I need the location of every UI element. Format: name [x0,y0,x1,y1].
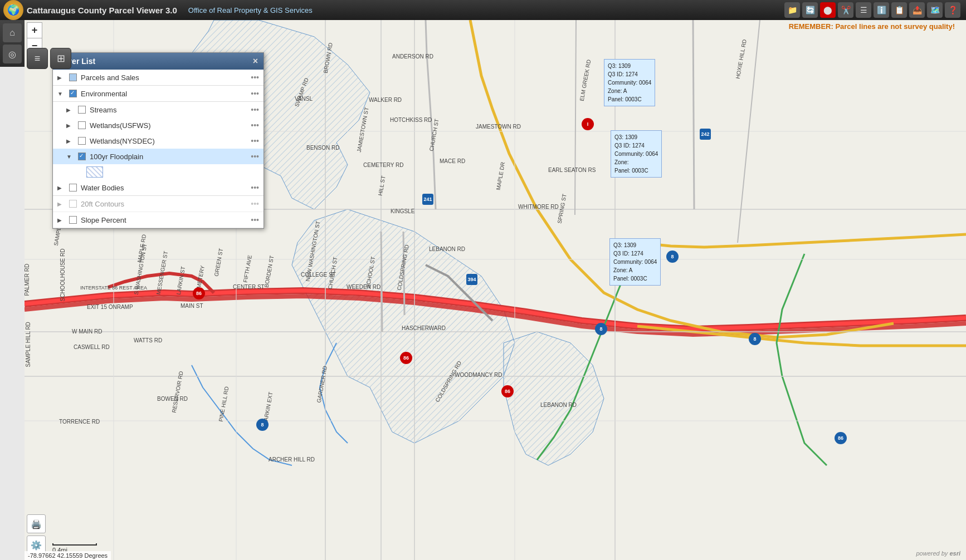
expand-arrow-icon: ▶ [66,138,74,144]
wetlands-usfws-menu[interactable]: ••• [251,121,259,130]
map-area[interactable]: REMEMBER: Parcel lines are not survey qu… [25,20,966,560]
parcels-sales-checkbox[interactable] [69,73,77,81]
floodplain-legend-swatch [86,166,103,178]
road-label: HASCHERWARD [402,325,446,331]
road-label: W MAIN RD [72,328,102,335]
road-label: MACE RD [440,158,465,164]
left-toolbar: ⌂ ◎ [0,20,25,67]
road-label: HOTCHKISS RD [390,117,432,123]
slope-percent-checkbox[interactable] [69,216,77,224]
zoom-in-button[interactable]: + [27,22,42,38]
road-label: MAIN ST [180,303,203,309]
20ft-contours-checkbox[interactable] [69,200,77,208]
highway-shield-i86-2: 86 [400,352,412,364]
app-title: Cattaraugus County Parcel Viewer 3.0 [27,6,177,15]
expand-arrow-icon: ▶ [57,201,65,207]
expand-arrow-icon: ▶ [57,75,65,81]
100yr-floodplain-menu[interactable]: ••• [251,152,259,161]
road-label: PALMER RD [25,264,30,296]
environmental-checkbox[interactable] [69,90,77,97]
environmental-label: Environmental [81,90,248,98]
road-label: LEBANON RD [429,246,465,252]
water-bodies-checkbox[interactable] [69,184,77,191]
highway-shield-86-5: 86 [835,432,847,444]
layer-item-streams[interactable]: ▶ Streams ••• [53,102,264,117]
layer-list-button[interactable]: ≡ [27,48,48,69]
water-bodies-menu[interactable]: ••• [251,183,259,192]
road-label: JAMESTOWN RD [476,124,521,130]
expand-arrow-icon: ▼ [57,91,65,97]
esri-logo: powered by esri [916,550,960,557]
app-subtitle: Office of Real Property & GIS Services [188,6,313,14]
layer-close-button[interactable]: × [253,56,258,66]
slope-percent-label: Slope Percent [81,216,248,224]
header-tool-stop[interactable]: ⬤ [820,2,836,18]
coordinates-display: -78.97662 42.15559 Degrees [25,551,111,560]
highway-shield-i86-3: 86 [193,287,205,299]
streams-label: Streams [90,106,248,114]
streams-checkbox[interactable] [78,106,86,114]
expand-arrow-icon: ▶ [57,185,65,191]
highway-shield-8-3: 8 [749,333,761,345]
layer-item-20ft-contours[interactable]: ▶ 20ft Contours ••• [53,196,264,212]
layer-item-wetlands-usfws[interactable]: ▶ Wetlands(USFWS) ••• [53,117,264,133]
layer-item-wetlands-nysdec[interactable]: ▶ Wetlands(NYSDEC) ••• [53,133,264,149]
wetlands-nysdec-checkbox[interactable] [78,137,86,145]
wetlands-usfws-label: Wetlands(USFWS) [90,121,248,130]
highway-shield-i86: I [582,118,594,130]
header-tool-cut[interactable]: ✂️ [838,2,853,18]
wetlands-nysdec-label: Wetlands(NYSDEC) [90,137,248,145]
header-tool-help[interactable]: ❓ [945,2,960,18]
slope-percent-menu[interactable]: ••• [251,215,259,224]
header-tool-new[interactable]: 📁 [784,2,800,18]
environmental-menu[interactable]: ••• [251,89,259,98]
layer-panel-header: Layer List × [53,53,264,70]
map-popup-1: Q3: 1309 Q3 ID: 1274 Community: 0064 Zon… [604,59,655,106]
layer-item-slope-percent[interactable]: ▶ Slope Percent ••• [53,212,264,228]
highway-shield-241: 241 [422,194,433,205]
layer-item-100yr-floodplain[interactable]: ▼ 100yr Floodplain ••• [53,149,264,164]
wetlands-nysdec-menu[interactable]: ••• [251,136,259,145]
svg-line-15 [693,20,694,209]
highway-shield-242: 242 [700,129,711,140]
road-label: WOODMANCY RD [455,372,502,378]
streams-menu[interactable]: ••• [251,105,259,114]
highway-shield-8: 8 [256,419,269,431]
100yr-floodplain-label: 100yr Floodplain [90,153,248,161]
locate-button[interactable]: ◎ [3,45,22,63]
highway-shield-8-4: 8 [666,250,679,263]
road-label: WHITMORE RD [518,204,559,210]
20ft-contours-menu[interactable]: ••• [251,199,259,208]
header-tool-info[interactable]: ℹ️ [874,2,889,18]
parcels-sales-menu[interactable]: ••• [251,73,259,82]
layer-item-water-bodies[interactable]: ▶ Water Bodies ••• [53,180,264,196]
layer-item-parcels-sales[interactable]: ▶ Parcels and Sales ••• [53,70,264,86]
road-label: WALKER RD [369,97,402,103]
header-tool-share[interactable]: 📤 [909,2,925,18]
road-label: SCHOOLHOUSE RD [60,248,66,301]
header-tool-refresh[interactable]: 🔄 [802,2,818,18]
home-button[interactable]: ⌂ [3,23,22,42]
svg-line-16 [381,232,382,332]
wetlands-usfws-checkbox[interactable] [78,121,86,129]
header-tool-list[interactable]: ☰ [856,2,871,18]
road-label: ANDERSON RD [392,53,433,60]
road-label: CEMETERY RD [363,162,403,168]
road-label: ARCHER HILL RD [269,456,315,463]
layer-list-content: ▶ Parcels and Sales ••• ▼ Environmental … [53,70,264,228]
header-tool-print[interactable]: 🗺️ [927,2,943,18]
road-label: KINGSLE [391,208,414,214]
bottom-controls: 🖨️ ⚙️ [27,514,46,554]
layer-item-environmental[interactable]: ▼ Environmental ••• [53,86,264,102]
map-toolbar: ≡ ⊞ [27,48,71,69]
scale-bar-line [52,543,97,546]
road-label: WEEDEN RD [347,284,380,290]
header-tool-calc[interactable]: 📋 [891,2,907,18]
layer-panel: Layer List × ▶ Parcels and Sales ••• ▼ E… [52,52,264,229]
highway-shield-394: 394 [466,274,477,285]
100yr-floodplain-checkbox[interactable] [78,153,86,160]
basemap-button[interactable]: ⊞ [50,48,71,69]
expand-arrow-icon: ▼ [66,154,74,160]
road-label: LEBANON RD [540,402,577,408]
print-button[interactable]: 🖨️ [27,514,46,533]
